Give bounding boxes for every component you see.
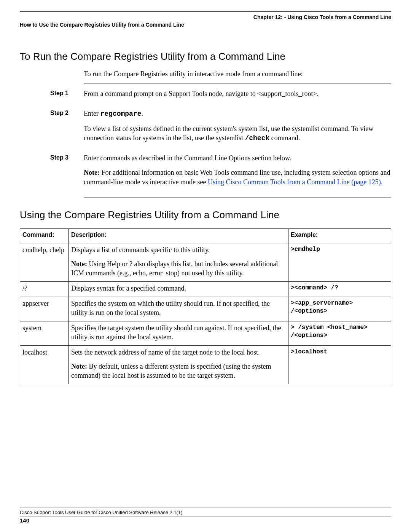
cell-example: >cmdhelp — [288, 243, 391, 281]
cross-ref-link[interactable]: Using Cisco Common Tools from a Command … — [208, 178, 382, 186]
text: By default, unless a different system is… — [71, 363, 271, 379]
chapter-header: Chapter 12: - Using Cisco Tools from a C… — [20, 14, 391, 20]
breadcrumb: How to Use the Compare Registries Utilit… — [20, 22, 391, 28]
text: Specifies the target system the utility … — [71, 324, 286, 342]
step-body: Enter commands as described in the Comma… — [84, 153, 391, 192]
table-row: appserver Specifies the system on which … — [20, 297, 391, 321]
table-header-row: Command: Description: Example: — [20, 229, 391, 243]
cell-example: > /system <host_name> /<options> — [288, 321, 391, 346]
text: Displays syntax for a specified command. — [71, 284, 286, 293]
table-row: /? Displays syntax for a specified comma… — [20, 282, 391, 297]
code: regcompare — [100, 110, 141, 118]
cell-description: Specifies the system on which the utilit… — [69, 297, 288, 321]
text: To view a list of systems defined in the… — [84, 125, 373, 142]
note-label: Note: — [71, 260, 87, 268]
table-row: cmdhelp, chelp Displays a list of comman… — [20, 243, 391, 281]
cell-command: cmdhelp, chelp — [20, 243, 69, 281]
step-label: Step 2 — [50, 109, 84, 148]
page: Chapter 12: - Using Cisco Tools from a C… — [0, 0, 411, 532]
intro-text: To run the Compare Registries utility in… — [84, 70, 391, 78]
text: Note: Using Help or ? also displays this… — [71, 260, 286, 278]
footer-doc-title: Cisco Support Tools User Guide for Cisco… — [20, 510, 391, 515]
text: Displays a list of commands specific to … — [71, 246, 286, 254]
col-command: Command: — [20, 229, 69, 243]
text: Enter — [84, 110, 100, 117]
cell-description: Sets the network address of name of the … — [69, 346, 288, 384]
text: Note: By default, unless a different sys… — [71, 362, 286, 380]
cell-description: Displays a list of commands specific to … — [69, 243, 288, 281]
cell-example: ><command> /? — [288, 282, 391, 297]
divider — [84, 197, 391, 198]
code: /check — [245, 134, 269, 142]
cell-command: localhost — [20, 346, 69, 384]
table-row: system Specifies the target system the u… — [20, 321, 391, 346]
divider — [84, 83, 391, 84]
table-row: localhost Sets the network address of na… — [20, 346, 391, 384]
step-text: Enter commands as described in the Comma… — [84, 153, 391, 163]
section-heading-run: To Run the Compare Registries Utility fr… — [20, 51, 391, 62]
step-body: Enter regcompare. To view a list of syst… — [84, 109, 391, 148]
cell-example: ><app_servername> /<options> — [288, 297, 391, 321]
footer: Cisco Support Tools User Guide for Cisco… — [20, 508, 391, 524]
text: Specifies the system on which the utilit… — [71, 299, 286, 317]
step-text: To view a list of systems defined in the… — [84, 124, 391, 143]
col-description: Description: — [69, 229, 288, 243]
step-text: From a command prompt on a Support Tools… — [84, 89, 391, 98]
step-body: From a command prompt on a Support Tools… — [84, 89, 391, 104]
step-text: Enter regcompare. — [84, 109, 391, 118]
command-table: Command: Description: Example: cmdhelp, … — [20, 228, 391, 384]
footer-page-number: 140 — [20, 517, 391, 524]
cell-command: /? — [20, 282, 69, 297]
step-note: Note: For additional information on basi… — [84, 168, 391, 187]
step-row: Step 3 Enter commands as described in th… — [50, 153, 391, 192]
cell-command: system — [20, 321, 69, 346]
cell-description: Specifies the target system the utility … — [69, 321, 288, 346]
footer-rule — [20, 516, 391, 516]
text: command. — [269, 134, 300, 142]
text: . — [142, 110, 143, 117]
cell-example: >localhost — [288, 346, 391, 384]
cell-description: Displays syntax for a specified command. — [69, 282, 288, 297]
text: Sets the network address of name of the … — [71, 348, 286, 357]
note-label: Note: — [84, 169, 100, 176]
cell-command: appserver — [20, 297, 69, 321]
footer-rule — [20, 508, 391, 508]
step-label: Step 1 — [50, 89, 84, 104]
steps-container: Step 1 From a command prompt on a Suppor… — [50, 89, 391, 192]
step-label: Step 3 — [50, 153, 84, 192]
text: Using Help or ? also displays this list,… — [71, 260, 278, 276]
section-heading-using: Using the Compare Registries Utility fro… — [20, 209, 391, 221]
top-rule — [20, 11, 391, 12]
col-example: Example: — [288, 229, 391, 243]
step-row: Step 2 Enter regcompare. To view a list … — [50, 109, 391, 148]
step-row: Step 1 From a command prompt on a Suppor… — [50, 89, 391, 104]
note-label: Note: — [71, 363, 87, 370]
